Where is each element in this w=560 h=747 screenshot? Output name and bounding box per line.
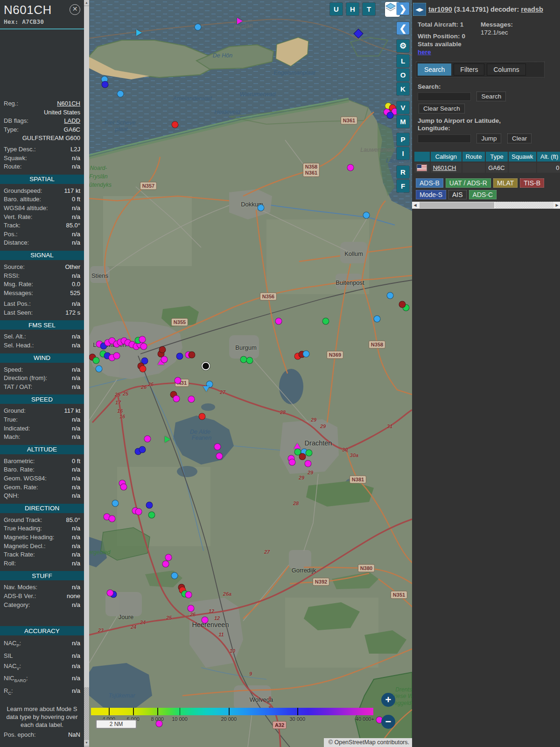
zoom-in-button[interactable]: + [381, 693, 395, 707]
aircraft-dot[interactable] [148, 512, 155, 519]
aircraft-dot[interactable] [387, 112, 394, 119]
badge-tis-b[interactable]: TIS-B [520, 178, 544, 188]
badge-ads-c[interactable]: ADS-C [469, 190, 497, 199]
map-button-p[interactable]: P [397, 133, 409, 146]
column-header-Squawk[interactable]: Squawk [509, 152, 536, 162]
aircraft-dot[interactable] [305, 460, 312, 467]
badge-ais[interactable]: AIS [448, 190, 467, 199]
aircraft-dot[interactable] [275, 318, 282, 325]
tar1090-link[interactable]: tar1090 [428, 6, 452, 13]
aircraft-dot[interactable] [93, 357, 100, 364]
aircraft-dot[interactable] [140, 343, 147, 350]
aircraft-dot[interactable] [173, 395, 180, 402]
column-header-Callsign[interactable]: Callsign [431, 152, 462, 162]
aircraft-dot[interactable] [289, 459, 296, 466]
scroll-down-icon[interactable]: ▼ [84, 740, 89, 746]
map[interactable]: DokkumKollumBuitenpostStiensBurgumLeeuwa… [89, 0, 412, 747]
map-button-m[interactable]: M [397, 115, 409, 128]
map-button-i[interactable]: I [397, 147, 409, 160]
zoom-out-button[interactable]: − [381, 715, 395, 729]
sidebar-scrollbar-thumb[interactable] [84, 6, 89, 688]
aircraft-dot[interactable] [216, 453, 223, 460]
aircraft-dot[interactable] [165, 436, 170, 443]
panel-toggle-button[interactable]: ◀▶ [413, 3, 426, 16]
aircraft-dot[interactable] [214, 444, 221, 451]
aircraft-dot[interactable] [175, 377, 182, 384]
aircraft-dot[interactable] [144, 436, 151, 443]
aircraft-dot[interactable] [102, 81, 109, 88]
aircraft-dot[interactable] [172, 121, 179, 128]
map-button-h[interactable]: H [346, 3, 359, 15]
column-header-Alt. (ft)[interactable]: Alt. (ft) [537, 152, 560, 162]
aircraft-dot[interactable] [387, 292, 394, 299]
close-icon[interactable]: ✕ [70, 4, 80, 15]
search-button[interactable]: Search [476, 92, 506, 101]
aircraft-dot[interactable] [203, 386, 210, 392]
aircraft-dot[interactable] [299, 453, 306, 460]
aircraft-dot[interactable] [96, 366, 103, 373]
aircraft-dot[interactable] [303, 351, 310, 358]
map-button-k[interactable]: K [397, 83, 409, 95]
aircraft-dot[interactable] [199, 413, 206, 420]
selected-aircraft-dot[interactable] [202, 362, 210, 370]
table-row[interactable]: N601CHGA6C0 [414, 162, 560, 173]
value-link[interactable]: LADD [31, 117, 80, 126]
callsign-link[interactable]: N601CH [431, 162, 462, 173]
map-button-v[interactable]: V [397, 101, 409, 114]
scroll-up-icon[interactable]: ▲ [84, 0, 89, 6]
aircraft-dot[interactable] [188, 396, 195, 403]
aircraft-dot[interactable] [195, 24, 202, 31]
clear-search-button[interactable]: Clear Search [419, 104, 465, 113]
aircraft-dot[interactable] [165, 554, 172, 561]
aircraft-dot[interactable] [202, 617, 209, 624]
column-header-flag[interactable] [414, 152, 430, 162]
aircraft-dot[interactable] [258, 204, 265, 211]
tab-columns[interactable]: Columns [487, 63, 525, 76]
readsb-link[interactable]: readsb [521, 6, 543, 13]
aircraft-dot[interactable] [188, 605, 195, 612]
aircraft-dot[interactable] [322, 318, 329, 325]
aircraft-dot[interactable] [176, 353, 183, 360]
aircraft-dot[interactable] [117, 91, 124, 98]
aircraft-dot[interactable] [347, 164, 354, 171]
stats-here-link[interactable]: here [418, 49, 431, 56]
aircraft-dot[interactable] [107, 590, 114, 597]
jump-input[interactable] [418, 134, 471, 143]
aircraft-dot[interactable] [185, 592, 192, 599]
sidebar-scrollbar-track[interactable] [84, 687, 89, 740]
aircraft-dot[interactable] [109, 515, 116, 522]
aircraft-dot[interactable] [294, 443, 301, 449]
aircraft-dot[interactable] [120, 484, 127, 491]
scroll-right-icon[interactable]: ▶ [554, 202, 560, 209]
map-button-f[interactable]: F [397, 180, 409, 192]
sidebar-scrollbar[interactable]: ▲ ▼ [84, 0, 89, 747]
chevron-left-icon[interactable]: ❮ [397, 22, 409, 35]
aircraft-dot[interactable] [136, 29, 142, 36]
aircraft-dot[interactable] [161, 356, 168, 363]
jump-clear-button[interactable]: Clear [507, 134, 532, 143]
gear-icon[interactable]: ⚙ [397, 40, 409, 52]
scroll-left-icon[interactable]: ◀ [412, 202, 418, 209]
map-button-o[interactable]: O [397, 69, 409, 81]
badge-ads-b[interactable]: ADS-B [416, 178, 443, 188]
map-button-l[interactable]: L [397, 55, 409, 67]
aircraft-dot[interactable] [246, 357, 253, 364]
aircraft-dot[interactable] [306, 450, 313, 457]
value-link[interactable]: N601CH [21, 99, 80, 108]
chevron-right-icon[interactable]: ❯ [397, 2, 409, 15]
aircraft-dot[interactable] [171, 572, 178, 579]
aircraft-dot[interactable] [374, 316, 381, 323]
table-horizontal-scrollbar[interactable]: ◀ ▶ [412, 202, 560, 209]
aircraft-dot[interactable] [162, 561, 169, 568]
map-button-u[interactable]: U [330, 3, 343, 15]
aircraft-dot[interactable] [112, 500, 119, 507]
column-header-Route[interactable]: Route [462, 152, 485, 162]
aircraft-dot[interactable] [140, 366, 147, 373]
badge-mlat[interactable]: MLAT [493, 178, 518, 188]
aircraft-dot[interactable] [399, 301, 406, 308]
aircraft-dot[interactable] [113, 352, 120, 359]
aircraft-dot[interactable] [189, 352, 196, 359]
tab-filters[interactable]: Filters [454, 63, 484, 76]
jump-button[interactable]: Jump [476, 134, 501, 143]
aircraft-dot[interactable] [135, 508, 142, 515]
